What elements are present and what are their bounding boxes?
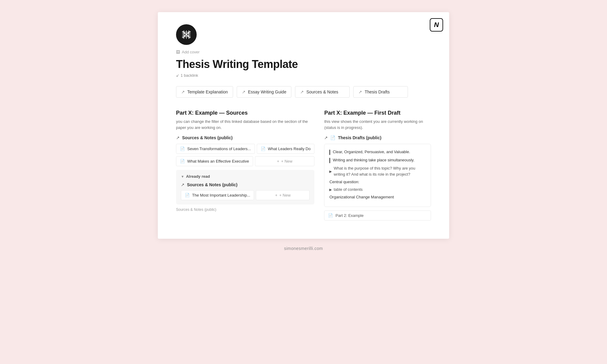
already-read-label: Already read xyxy=(186,174,210,179)
source-item-text-3: What Makes an Effective Executive xyxy=(187,159,249,163)
left-section-desc: you can change the filter of this linked… xyxy=(176,119,314,130)
already-read-db-header: ↗ Sources & Notes (public) xyxy=(181,182,310,187)
source-item-text-1: Seven Transformations of Leaders... xyxy=(187,147,251,151)
link-label-1: Template Explanation xyxy=(187,89,228,94)
part2-label: Part 2: Example xyxy=(335,213,364,218)
toggle-arrow-2: ▶ xyxy=(329,187,332,193)
right-section-title: Part X: Example — First Draft xyxy=(324,110,431,116)
already-read-db-title: Sources & Notes (public) xyxy=(187,182,237,187)
external-link-icon-2: ↗ xyxy=(242,89,246,94)
notion-logo-text: N xyxy=(434,21,439,29)
draft-toggle-2[interactable]: ▶ table of contents xyxy=(329,187,426,193)
right-column: Part X: Example — First Draft this view … xyxy=(324,110,431,221)
draft-toggle-1[interactable]: ▶ What is the purpose of this topic? Why… xyxy=(329,165,426,178)
left-column: Part X: Example — Sources you can change… xyxy=(176,110,314,221)
source-item-1[interactable]: 📄 Seven Transformations of Leaders... xyxy=(176,144,255,154)
draft-text-2: Writing and thinking take place simultan… xyxy=(333,157,414,163)
toggle-arrow-1: ▶ xyxy=(329,169,332,174)
add-cover-button[interactable]: 🖼 Add cover xyxy=(176,50,431,54)
already-read-grid: 📄 The Most Important Leadership... + + N… xyxy=(181,190,310,200)
new-label-1: + New xyxy=(281,159,292,163)
plus-icon-1: + xyxy=(277,159,280,163)
add-cover-label: Add cover xyxy=(182,50,200,54)
backlink-arrow-icon: ↙ xyxy=(176,73,179,78)
notion-logo: N xyxy=(430,18,443,32)
doc-icon-1: 📄 xyxy=(180,147,185,151)
backlink-text: 1 backlink xyxy=(181,73,198,78)
plus-icon-2: + xyxy=(275,193,278,197)
sources-grid-row1: 📄 Seven Transformations of Leaders... 📄 … xyxy=(176,144,314,154)
already-read-db-arrow: ↗ xyxy=(181,182,185,187)
footer-text: simonesmerilli.com xyxy=(284,246,323,251)
drafts-db-header: ↗ 📄 Thesis Drafts (public) xyxy=(324,135,431,140)
toggle-icon: ▼ xyxy=(181,175,184,178)
draft-line-1: Clear, Organized, Persuasive, and Valuab… xyxy=(329,149,426,155)
part2-icon: 📄 xyxy=(328,213,333,218)
sources-db-header: ↗ Sources & Notes (public) xyxy=(176,135,314,140)
link-label-3: Sources & Notes xyxy=(306,89,338,94)
already-read-item-1[interactable]: 📄 The Most Important Leadership... xyxy=(181,190,254,200)
link-label-2: Essay Writing Guide xyxy=(248,89,287,94)
drafts-db-arrow: ↗ xyxy=(324,135,328,140)
draft-central: Central question: xyxy=(329,179,426,185)
two-col-layout: Part X: Example — Sources you can change… xyxy=(176,110,431,221)
external-link-icon-1: ↗ xyxy=(181,89,185,94)
sources-new-button[interactable]: + + New xyxy=(255,156,315,166)
page-icon xyxy=(176,24,197,45)
sources-db-title: Sources & Notes (public) xyxy=(182,135,232,140)
db-arrow-icon: ↗ xyxy=(176,135,180,140)
link-essay-writing-guide[interactable]: ↗ Essay Writing Guide xyxy=(237,86,292,98)
draft-bar-2 xyxy=(329,158,330,163)
external-link-icon-3: ↗ xyxy=(300,89,304,94)
draft-text-1: Clear, Organized, Persuasive, and Valuab… xyxy=(333,149,410,155)
draft-org: Organizational Change Management xyxy=(329,194,426,201)
doc-icon-3: 📄 xyxy=(180,159,185,163)
sources-grid-row2: 📄 What Makes an Effective Executive + + … xyxy=(176,156,314,166)
already-read-text-1: The Most Important Leadership... xyxy=(192,193,250,197)
main-container: N 🖼 Add cover Thesis Writing Tem xyxy=(158,12,449,239)
already-read-section: ▼ Already read ↗ Sources & Notes (public… xyxy=(176,170,314,204)
source-item-2[interactable]: 📄 What Leaders Really Do xyxy=(257,144,315,154)
draft-line-2: Writing and thinking take place simultan… xyxy=(329,157,426,163)
link-template-explanation[interactable]: ↗ Template Explanation xyxy=(176,86,233,98)
link-thesis-drafts[interactable]: ↗ Thesis Drafts xyxy=(353,86,408,98)
left-section-title: Part X: Example — Sources xyxy=(176,110,314,116)
drafts-db-icon: 📄 xyxy=(330,135,335,140)
draft-content-box: Clear, Organized, Persuasive, and Valuab… xyxy=(324,144,431,207)
right-section-desc: this view shows the content you are curr… xyxy=(324,119,431,130)
source-item-3[interactable]: 📄 What Makes an Effective Executive xyxy=(176,156,253,166)
draft-toggle-text-2: table of contents xyxy=(334,187,362,193)
already-read-new-button[interactable]: + + New xyxy=(256,190,310,200)
image-icon: 🖼 xyxy=(176,50,180,54)
draft-toggle-text-1: What is the purpose of this topic? Why a… xyxy=(334,165,426,178)
part2-link[interactable]: 📄 Part 2: Example xyxy=(324,211,431,221)
page-title: Thesis Writing Template xyxy=(176,58,431,71)
draft-bar-1 xyxy=(329,150,330,155)
doc-icon-2: 📄 xyxy=(261,147,266,151)
external-link-icon-4: ↗ xyxy=(358,89,362,94)
backlink[interactable]: ↙ 1 backlink xyxy=(176,73,431,78)
doc-icon-already-1: 📄 xyxy=(185,193,190,197)
sources-footer: Sources & Notes (public) xyxy=(176,207,314,212)
link-sources-notes[interactable]: ↗ Sources & Notes xyxy=(295,86,350,98)
link-label-4: Thesis Drafts xyxy=(365,89,389,94)
new-label-2: + New xyxy=(279,193,290,197)
source-item-text-2: What Leaders Really Do xyxy=(268,147,311,151)
drafts-db-title: Thesis Drafts (public) xyxy=(338,135,381,140)
already-read-header: ▼ Already read xyxy=(181,174,310,179)
links-row: ↗ Template Explanation ↗ Essay Writing G… xyxy=(176,86,431,98)
